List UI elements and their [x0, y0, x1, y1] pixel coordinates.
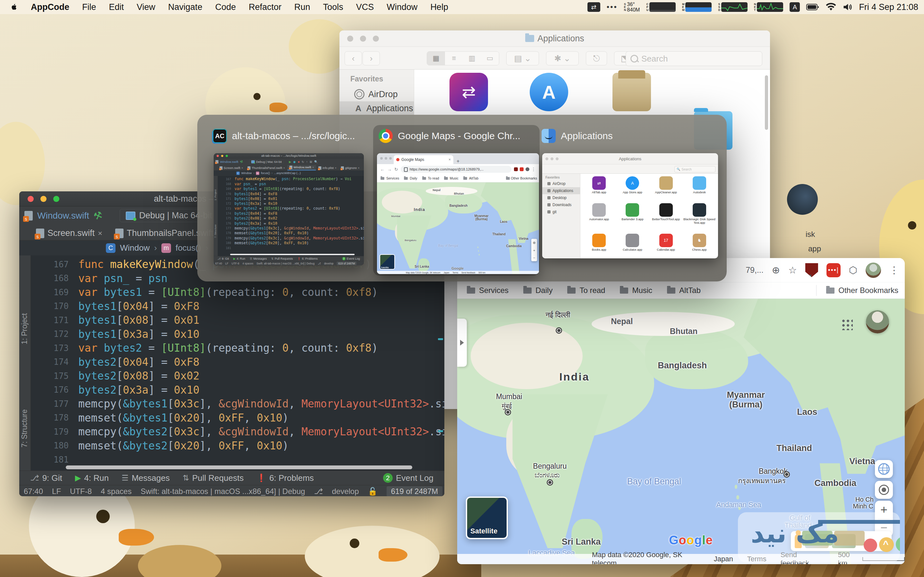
tool-button-pull-requests[interactable]: ⇅Pull Requests	[178, 473, 248, 483]
bartender-dots-icon[interactable]: •••	[607, 3, 618, 11]
code-line[interactable]: 171bytes1[0x08] = 0x01	[218, 196, 364, 201]
bookmark-star-icon[interactable]: ☆	[788, 264, 797, 276]
horizontal-scrollbar[interactable]	[66, 466, 412, 469]
code-line[interactable]: 177memcpy(&bytes1[0x3c], &cgWindowId, Me…	[218, 226, 364, 230]
column-view-button[interactable]: ▥	[463, 52, 481, 65]
caret-position[interactable]: 67:40	[24, 487, 43, 496]
menu-item-tools[interactable]: Tools	[323, 2, 343, 12]
mini-app-automator-app[interactable]: Automator.app	[582, 203, 615, 232]
mini-sidebar-item-downloads[interactable]: Downloads	[542, 201, 580, 208]
git-branch[interactable]: develop	[332, 487, 359, 496]
line-separator[interactable]: LF	[52, 487, 61, 496]
mini-sidebar-item-git[interactable]: git	[542, 208, 580, 215]
sidebar-expand-button[interactable]	[457, 319, 467, 367]
menu-item-window[interactable]: Window	[387, 2, 417, 12]
chrome-window-thumbnail[interactable]: Google Maps × + ←→↻ https://www.google.c…	[377, 153, 539, 274]
tab-window-swift[interactable]: Window.swift×	[288, 165, 316, 170]
chrome-menu-icon[interactable]: ⋮	[889, 264, 899, 276]
close-icon[interactable]: ×	[358, 166, 360, 169]
bookmark-folder-daily[interactable]: Daily	[523, 286, 552, 295]
apple-menu-icon[interactable]	[10, 2, 18, 12]
share-button[interactable]: ⎋	[586, 51, 607, 65]
gallery-view-button[interactable]: ▭	[481, 52, 499, 65]
profile-avatar[interactable]	[866, 263, 881, 278]
lock-icon[interactable]: 🔓	[368, 487, 378, 496]
code-line[interactable]: 180memset(&bytes2[0x20], 0xFF, 0x10)	[31, 439, 444, 453]
code-line[interactable]: 179memcpy(&bytes2[0x3c], &cgWindowId, Me…	[218, 235, 364, 240]
code-line[interactable]: 175bytes2[0x08] = 0x02	[218, 216, 364, 221]
indent-setting[interactable]: 4 spaces	[101, 487, 132, 496]
appcode-window-thumbnail[interactable]: alt-tab-macos – .../src/logic/Window.swi…	[214, 153, 364, 266]
code-line[interactable]: 178memset(&bytes1[0x20], 0xFF, 0x10)	[31, 411, 444, 425]
input-source-indicator[interactable]: A	[790, 2, 800, 12]
mini-app-alttab-app[interactable]: ⇄AltTab.app	[582, 176, 615, 201]
mini-app-blackmagic-disk-speed-test-app[interactable]: Blackmagic Disk Speed Test.app	[683, 203, 716, 232]
code-editor[interactable]: 167func makeKeyWindow(_ psn: ProcessSeri…	[31, 255, 444, 471]
globe-view-button[interactable]	[875, 460, 893, 478]
code-line[interactable]: 181	[218, 245, 364, 250]
build-hammer-icon[interactable]: ⚒	[92, 209, 104, 222]
code-line[interactable]: 173var bytes2 = [UInt8](repeating: 0, co…	[218, 206, 364, 211]
network-indicator[interactable]: NET	[754, 2, 783, 12]
finder-search-field[interactable]: Search	[626, 51, 762, 66]
scrollbar[interactable]	[765, 75, 768, 130]
encoding[interactable]: UTF-8	[70, 487, 92, 496]
battery-icon[interactable]	[806, 3, 819, 11]
close-icon[interactable]: ×	[98, 229, 102, 238]
sdk-info[interactable]: Swift: alt-tab-macos | macOS ...x86_64] …	[141, 487, 305, 496]
code-line[interactable]: 169var bytes1 = [UInt8](repeating: 0, co…	[31, 285, 444, 300]
forward-button[interactable]: ›	[363, 51, 380, 65]
memory-indicator[interactable]: 619 of 2487M	[387, 486, 443, 496]
code-line[interactable]: 173var bytes2 = [UInt8](repeating: 0, co…	[31, 341, 444, 355]
mini-app-app-store-app[interactable]: AApp Store.app	[615, 176, 649, 201]
switcher-item-finder[interactable]: Applications	[541, 129, 613, 143]
code-line[interactable]: 179memcpy(&bytes2[0x3c], &cgWindowId, Me…	[31, 425, 444, 439]
code-line[interactable]: 170bytes1[0x04] = 0xF8	[218, 191, 364, 196]
tab-gitignore[interactable]: gitignore×	[339, 165, 361, 170]
close-icon[interactable]: ×	[283, 166, 285, 169]
back-button[interactable]: ‹	[344, 51, 362, 65]
bookmark-folder-to-read[interactable]: To read	[567, 286, 605, 295]
bookmark-folder-mini[interactable]: Daily	[404, 176, 417, 180]
code-line[interactable]: 178memset(&bytes1[0x20], 0xFF, 0x10)	[218, 231, 364, 235]
tab-info-plist[interactable]: info.plist×	[317, 165, 338, 170]
cpu-indicator[interactable]: CPU	[646, 2, 676, 12]
bookmark-folder-mini[interactable]: Services	[380, 176, 399, 180]
code-line[interactable]: 180memset(&bytes2[0x20], 0xFF, 0x10)	[218, 240, 364, 245]
code-line[interactable]: 181	[31, 453, 444, 467]
menu-item-navigate[interactable]: Navigate	[168, 2, 202, 12]
finder-titlebar[interactable]: Applications	[339, 31, 770, 47]
sidebar-item-airdrop[interactable]: AirDrop	[339, 87, 414, 101]
other-bookmarks-folder[interactable]: Other Bookmarks	[816, 285, 898, 296]
breadcrumb-item[interactable]: Window	[120, 243, 150, 253]
code-line[interactable]: 167func makeKeyWindow(_ psn: ProcessSeri…	[218, 177, 364, 181]
wifi-icon[interactable]	[825, 3, 837, 11]
sidebar-item-applications[interactable]: A Applications	[339, 101, 414, 115]
memory-indicator[interactable]: MEM	[682, 2, 712, 12]
account-avatar[interactable]	[866, 310, 889, 334]
mini-app-books-app[interactable]: Books.app	[582, 234, 615, 258]
lastpass-extension-icon[interactable]: •••|	[827, 263, 841, 277]
mini-app-appcleaner-app[interactable]: AppCleaner.app	[649, 176, 683, 201]
tool-button-run[interactable]: ▶4: Run	[71, 473, 113, 483]
region-link[interactable]: Japan	[714, 555, 733, 563]
action-gear-button[interactable]: ✱ ⌄	[546, 51, 579, 65]
menu-item-file[interactable]: File	[82, 2, 96, 12]
code-line[interactable]: 176bytes2[0x3a] = 0x10	[218, 221, 364, 226]
menu-item-run[interactable]: Run	[294, 2, 310, 12]
volume-icon[interactable]	[843, 3, 853, 11]
tool-button-messages[interactable]: ☰Messages	[117, 473, 174, 483]
mini-sidebar-item-desktop[interactable]: Desktop	[542, 194, 580, 201]
close-icon[interactable]: ×	[241, 166, 243, 169]
tool-button-event-log[interactable]: 2 Event Log	[379, 473, 438, 483]
menu-item-refactor[interactable]: Refactor	[249, 2, 281, 12]
code-line[interactable]: 172bytes1[0x3a] = 0x10	[31, 327, 444, 342]
bookmark-folder-alttab[interactable]: AltTab	[667, 286, 701, 295]
satellite-layer-toggle[interactable]: Satellite	[466, 496, 508, 539]
plus-circle-icon[interactable]: ⊕	[772, 264, 780, 276]
file-icon-alttab[interactable]: ⇄	[449, 73, 488, 111]
code-line[interactable]: 169var bytes1 = [UInt8](repeating: 0, co…	[218, 186, 364, 191]
alttab-menubar-icon[interactable]: ⇄	[588, 2, 600, 12]
code-line[interactable]: 175bytes2[0x08] = 0x02	[31, 369, 444, 383]
mini-app-calendar-app[interactable]: 17Calendar.app	[649, 234, 683, 258]
